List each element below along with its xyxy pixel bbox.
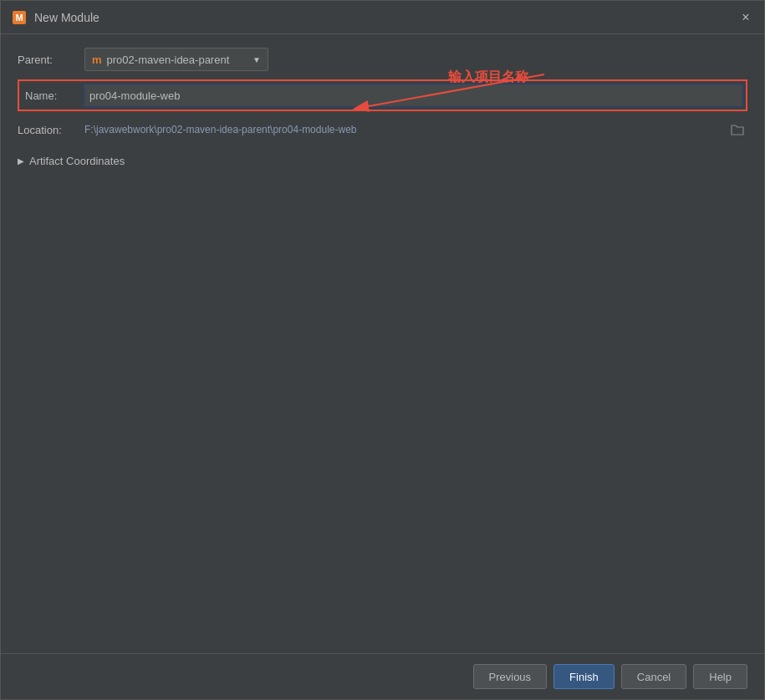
dropdown-arrow-icon: ▼: [252, 55, 261, 64]
help-button[interactable]: Help: [693, 664, 747, 689]
content-area: Parent: m pro02-maven-idea-parent ▼ 输入项目…: [1, 34, 764, 653]
browse-folder-button[interactable]: [727, 120, 747, 140]
close-button[interactable]: ×: [737, 9, 754, 26]
location-label: Location:: [18, 124, 84, 136]
parent-dropdown[interactable]: m pro02-maven-idea-parent ▼: [84, 48, 268, 71]
maven-icon: m: [92, 54, 102, 66]
title-bar: M New Module ×: [1, 1, 764, 34]
expand-arrow-icon: ▶: [18, 156, 24, 166]
name-row: Name:: [18, 79, 747, 111]
cancel-button[interactable]: Cancel: [621, 664, 686, 689]
finish-button[interactable]: Finish: [553, 664, 615, 689]
title-bar-left: M New Module: [11, 9, 99, 26]
parent-label: Parent:: [18, 54, 84, 66]
artifact-label: Artifact Coordinates: [29, 155, 125, 167]
artifact-coordinates-row[interactable]: ▶ Artifact Coordinates: [18, 153, 747, 169]
folder-icon: [731, 124, 744, 135]
new-module-dialog: M New Module × Parent: m pro02-maven-ide…: [0, 0, 765, 700]
dialog-title: New Module: [34, 11, 99, 24]
module-icon: M: [11, 9, 28, 26]
parent-value: pro02-maven-idea-parent: [107, 54, 248, 66]
location-row: Location: F:\javawebwork\pro02-maven-ide…: [18, 120, 747, 140]
name-input[interactable]: [84, 84, 743, 107]
footer: Previous Finish Cancel Help: [1, 653, 764, 699]
svg-text:M: M: [15, 13, 23, 23]
previous-button[interactable]: Previous: [473, 664, 548, 689]
parent-row: Parent: m pro02-maven-idea-parent ▼: [18, 48, 747, 71]
name-label: Name:: [22, 89, 84, 102]
location-value: F:\javawebwork\pro02-maven-idea-parent\p…: [84, 124, 724, 135]
